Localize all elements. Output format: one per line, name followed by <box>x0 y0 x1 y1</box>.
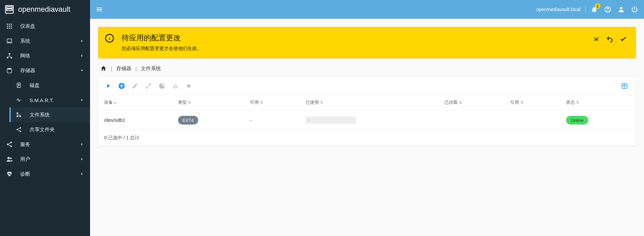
svg-rect-1 <box>7 7 12 8</box>
svg-rect-8 <box>11 24 12 25</box>
sidebar-item-label: 系统 <box>20 38 79 44</box>
sidebar-item-label: 存储器 <box>20 67 79 74</box>
chevron-right-icon <box>79 142 85 147</box>
resize-button[interactable] <box>142 80 155 92</box>
svg-point-5 <box>620 7 622 9</box>
alert-message: 您必须应用配置变更才会使他们生效。 <box>122 46 202 52</box>
sidebar-item-network[interactable]: 网络 <box>0 48 90 63</box>
breadcrumb-separator: | <box>135 66 137 72</box>
table-settings-button[interactable] <box>618 80 631 92</box>
sidebar-item-smart[interactable]: S.M.A.R.T. <box>9 93 90 107</box>
info-icon <box>105 34 114 43</box>
status-chip: Online <box>566 116 588 125</box>
brand-area: openmediavault <box>0 0 90 19</box>
sort-icon: ⇅ <box>520 100 523 104</box>
svg-point-31 <box>7 144 9 145</box>
svg-point-23 <box>18 87 18 87</box>
cell-available: - <box>244 110 300 130</box>
sort-icon: ⇅ <box>188 100 191 104</box>
svg-rect-14 <box>11 28 12 29</box>
sidebar-item-users[interactable]: 用户 <box>0 152 90 167</box>
chevron-down-icon <box>79 68 85 73</box>
sort-asc-icon: ▴ <box>114 100 116 104</box>
unmount-button[interactable] <box>169 80 181 92</box>
svg-point-22 <box>19 85 19 85</box>
cell-referenced <box>504 110 560 130</box>
svg-point-19 <box>7 68 11 70</box>
sidebar-item-sharedfolders[interactable]: 共享文件夹 <box>9 122 90 137</box>
svg-rect-6 <box>7 24 8 25</box>
table-row[interactable]: /dev/sdb1 EXT4 - - Online <box>98 110 636 130</box>
svg-rect-7 <box>9 24 10 25</box>
dashboard-icon <box>5 23 13 30</box>
sort-icon: ⇅ <box>576 100 579 104</box>
breadcrumb-home[interactable] <box>100 65 107 72</box>
sort-icon: ⇅ <box>320 100 323 104</box>
sidebar-item-label: 服务 <box>20 141 79 148</box>
sidebar-item-system[interactable]: 系统 <box>0 34 90 48</box>
sidebar-item-storage[interactable]: 存储器 <box>0 63 90 78</box>
menu-toggle-button[interactable] <box>93 3 106 16</box>
svg-point-34 <box>10 157 12 159</box>
edit-button[interactable] <box>129 80 141 92</box>
cell-device: /dev/sdb1 <box>98 110 172 130</box>
svg-rect-12 <box>7 28 8 29</box>
mount-button[interactable] <box>102 80 114 92</box>
network-icon <box>5 52 13 59</box>
pending-config-alert: 待应用的配置更改 您必须应用配置变更才会使他们生效。 <box>98 27 636 58</box>
help-button[interactable] <box>601 3 614 16</box>
heartbeat-icon <box>5 171 13 177</box>
user-menu-button[interactable] <box>614 3 628 16</box>
delete-button[interactable] <box>183 80 195 92</box>
sidebar-item-services[interactable]: 服务 <box>0 137 90 152</box>
filesystem-panel: 设备▴ 类型⇅ 可用⇅ 已使用⇅ 已挂载⇅ 引用⇅ 状态⇅ /dev/sdb1 … <box>98 77 636 146</box>
notifications-button[interactable]: 1 <box>588 3 601 16</box>
col-mounted[interactable]: 已挂载⇅ <box>438 95 504 110</box>
alert-details-button[interactable] <box>590 33 602 45</box>
col-device[interactable]: 设备▴ <box>98 95 172 110</box>
sidebar-item-filesystems[interactable]: 文件系统 <box>9 107 90 122</box>
svg-point-28 <box>16 129 18 131</box>
filesystem-icon <box>15 112 23 118</box>
quota-button[interactable] <box>156 80 168 92</box>
create-button[interactable] <box>116 80 128 92</box>
sidebar-item-label: 文件系统 <box>30 112 85 118</box>
svg-rect-24 <box>16 112 18 114</box>
svg-rect-13 <box>9 28 10 29</box>
cell-status: Online <box>560 110 636 130</box>
notifications-badge: 1 <box>595 3 600 9</box>
type-chip: EXT4 <box>178 116 199 125</box>
sidebar-item-dashboard[interactable]: 仪表盘 <box>0 19 90 34</box>
share-icon <box>15 127 23 133</box>
table-header-row: 设备▴ 类型⇅ 可用⇅ 已使用⇅ 已挂载⇅ 引用⇅ 状态⇅ <box>98 95 636 110</box>
col-used[interactable]: 已使用⇅ <box>300 95 438 110</box>
svg-rect-26 <box>19 116 21 117</box>
col-status[interactable]: 状态⇅ <box>560 95 636 110</box>
alert-apply-button[interactable] <box>617 33 629 45</box>
col-type[interactable]: 类型⇅ <box>172 95 244 110</box>
breadcrumb: | 存储器 | 文件系统 <box>98 65 636 72</box>
col-referenced[interactable]: 引用⇅ <box>504 95 560 110</box>
sort-icon: ⇅ <box>459 100 462 104</box>
sidebar-item-label: 仪表盘 <box>20 23 85 30</box>
pulse-icon <box>15 97 23 103</box>
brand-logo-icon <box>5 5 14 14</box>
top-header: openmediavault openmediavault.local 1 <box>0 0 644 19</box>
panel-toolbar <box>98 77 636 95</box>
svg-rect-25 <box>16 116 18 117</box>
sidebar-item-label: 诊断 <box>20 171 79 177</box>
disk-icon <box>15 82 23 88</box>
sidebar-item-disks[interactable]: 磁盘 <box>9 78 90 93</box>
breadcrumb-storage[interactable]: 存储器 <box>116 65 131 72</box>
cell-type: EXT4 <box>172 110 244 130</box>
brand-title: openmediavault <box>18 5 70 14</box>
header-separator <box>585 5 586 13</box>
power-button[interactable] <box>628 3 641 16</box>
laptop-icon <box>5 38 13 44</box>
sidebar-item-diagnostics[interactable]: 诊断 <box>0 167 90 181</box>
svg-rect-2 <box>7 9 12 11</box>
svg-rect-9 <box>7 26 8 27</box>
col-available[interactable]: 可用⇅ <box>244 95 300 110</box>
sidebar-item-label: 网络 <box>20 53 79 59</box>
alert-revert-button[interactable] <box>604 33 616 45</box>
